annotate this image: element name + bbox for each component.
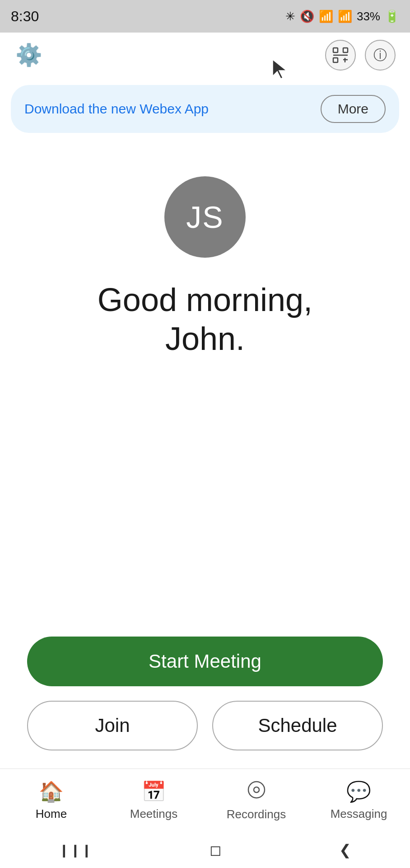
- app-bar: ⚙️ ⓘ: [0, 33, 410, 78]
- nav-label-home: Home: [36, 807, 67, 821]
- settings-button[interactable]: ⚙️: [14, 41, 43, 70]
- svg-rect-2: [333, 58, 338, 62]
- bottom-nav: 🏠 Home 📅 Meetings Recordings 💬 Messaging: [0, 769, 410, 832]
- svg-point-7: [254, 787, 259, 793]
- nav-item-meetings[interactable]: 📅 Meetings: [102, 780, 205, 821]
- status-bar: 8:30 ✳ 🔇 📶 📶 33% 🔋: [0, 0, 410, 33]
- action-buttons: Start Meeting Join Schedule: [0, 637, 410, 750]
- avatar-initials: JS: [186, 199, 224, 235]
- nav-label-recordings: Recordings: [227, 807, 286, 821]
- svg-point-6: [248, 782, 265, 798]
- info-button[interactable]: ⓘ: [365, 40, 396, 71]
- svg-rect-0: [333, 48, 338, 52]
- home-button[interactable]: ◻: [210, 841, 222, 859]
- scan-icon: [332, 47, 349, 63]
- system-nav-bar: ❙❙❙ ◻ ❮: [0, 832, 410, 868]
- battery-indicator: 33%: [357, 9, 380, 24]
- nav-label-meetings: Meetings: [130, 807, 178, 821]
- start-meeting-button[interactable]: Start Meeting: [27, 637, 383, 686]
- settings-icon: ⚙️: [15, 42, 42, 68]
- main-content: JS Good morning, John.: [0, 140, 410, 368]
- wifi-icon: 📶: [319, 9, 333, 24]
- banner: Download the new Webex App More: [11, 85, 399, 133]
- nav-label-messaging: Messaging: [331, 807, 387, 821]
- signal-icon: 📶: [338, 9, 352, 24]
- schedule-button[interactable]: Schedule: [212, 701, 383, 750]
- status-time: 8:30: [11, 8, 39, 25]
- bluetooth-icon: ✳: [285, 9, 295, 24]
- greeting: Good morning, John.: [98, 280, 312, 359]
- avatar: JS: [164, 176, 246, 258]
- messaging-icon: 💬: [346, 780, 371, 803]
- nav-item-messaging[interactable]: 💬 Messaging: [308, 780, 410, 821]
- recents-button[interactable]: ❙❙❙: [59, 843, 93, 858]
- join-button[interactable]: Join: [27, 701, 198, 750]
- back-button[interactable]: ❮: [339, 841, 351, 859]
- status-icons: ✳ 🔇 📶 📶 33% 🔋: [285, 9, 399, 24]
- battery-icon: 🔋: [385, 9, 399, 24]
- recordings-icon: [247, 780, 266, 804]
- banner-more-button[interactable]: More: [321, 95, 386, 123]
- banner-text: Download the new Webex App: [24, 101, 209, 117]
- greeting-line2: John.: [165, 321, 245, 357]
- meetings-icon: 📅: [141, 780, 166, 803]
- svg-rect-1: [343, 48, 348, 52]
- mute-icon: 🔇: [300, 9, 314, 24]
- nav-item-home[interactable]: 🏠 Home: [0, 780, 102, 821]
- nav-item-recordings[interactable]: Recordings: [205, 780, 308, 821]
- home-icon: 🏠: [39, 780, 64, 803]
- greeting-line1: Good morning,: [98, 282, 312, 318]
- scan-button[interactable]: [325, 40, 356, 71]
- secondary-buttons: Join Schedule: [27, 701, 383, 750]
- app-bar-right: ⓘ: [325, 40, 396, 71]
- info-icon: ⓘ: [373, 46, 387, 65]
